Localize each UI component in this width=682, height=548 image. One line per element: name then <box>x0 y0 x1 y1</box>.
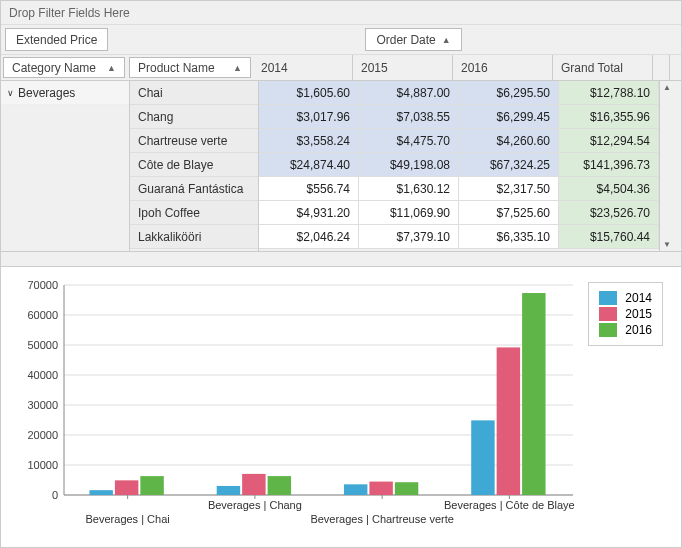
grand-total-cell[interactable]: $16,355.96 <box>559 105 659 129</box>
svg-text:Beverages | Côte de Blaye: Beverages | Côte de Blaye <box>444 499 575 511</box>
collapse-icon[interactable]: ∨ <box>7 88 14 98</box>
data-cell[interactable]: $6,299.45 <box>459 105 559 129</box>
col-header-2014[interactable]: 2014 <box>253 55 353 80</box>
legend-swatch-2016 <box>599 323 617 337</box>
table-row: $3,017.96$7,038.55$6,299.45$16,355.96 <box>259 105 659 129</box>
sort-asc-icon: ▲ <box>442 35 451 45</box>
legend-swatch-2015 <box>599 307 617 321</box>
grand-total-cell[interactable]: $15,760.44 <box>559 225 659 249</box>
data-cell[interactable]: $2,317.50 <box>459 177 559 201</box>
data-cell[interactable]: $7,525.60 <box>459 201 559 225</box>
pivot-grid: Drop Filter Fields Here Extended Price O… <box>1 1 681 267</box>
grand-total-cell[interactable]: $12,294.54 <box>559 129 659 153</box>
svg-rect-28 <box>497 347 520 495</box>
filter-drop-area[interactable]: Drop Filter Fields Here <box>1 1 681 25</box>
data-cell[interactable]: $11,069.90 <box>359 201 459 225</box>
legend-label-2015: 2015 <box>625 307 652 321</box>
product-column: ChaiChangChartreuse verteCôte de BlayeGu… <box>130 81 259 251</box>
sort-asc-icon: ▲ <box>107 63 116 73</box>
grand-total-cell[interactable]: $4,504.36 <box>559 177 659 201</box>
row-field-area: Category Name ▲ Product Name ▲ <box>1 55 253 80</box>
svg-rect-19 <box>115 480 138 495</box>
svg-text:Beverages | Chai: Beverages | Chai <box>86 513 170 525</box>
legend-swatch-2014 <box>599 291 617 305</box>
data-field-label: Extended Price <box>16 33 97 47</box>
data-cell[interactable]: $6,295.50 <box>459 81 559 105</box>
scroll-up-icon[interactable]: ▲ <box>663 83 671 92</box>
grand-total-cell[interactable]: $23,526.70 <box>559 201 659 225</box>
svg-text:0: 0 <box>52 489 58 501</box>
svg-rect-21 <box>217 486 240 495</box>
svg-text:Beverages | Chang: Beverages | Chang <box>208 499 302 511</box>
svg-rect-29 <box>522 293 545 495</box>
svg-text:10000: 10000 <box>27 459 58 471</box>
data-cell[interactable]: $1,630.12 <box>359 177 459 201</box>
data-cell[interactable]: $4,475.70 <box>359 129 459 153</box>
svg-text:40000: 40000 <box>27 369 58 381</box>
grid-header-row: Category Name ▲ Product Name ▲ 2014 2015… <box>1 55 681 81</box>
legend-item-2014: 2014 <box>599 291 652 305</box>
svg-text:50000: 50000 <box>27 339 58 351</box>
category-column: ∨ Beverages <box>1 81 130 251</box>
svg-rect-26 <box>395 482 418 495</box>
col-header-2016[interactable]: 2016 <box>453 55 553 80</box>
legend-label-2014: 2014 <box>625 291 652 305</box>
col-header-grand-total[interactable]: Grand Total <box>553 55 653 80</box>
product-cell[interactable]: Ipoh Coffee <box>130 201 258 225</box>
sort-asc-icon: ▲ <box>233 63 242 73</box>
grand-total-cell[interactable]: $12,788.10 <box>559 81 659 105</box>
row-field-category-button[interactable]: Category Name ▲ <box>3 57 125 78</box>
svg-text:Beverages | Chartreuse verte: Beverages | Chartreuse verte <box>310 513 453 525</box>
data-field-button[interactable]: Extended Price <box>5 28 108 51</box>
data-cell[interactable]: $4,260.60 <box>459 129 559 153</box>
svg-rect-20 <box>140 476 163 495</box>
col-field-button[interactable]: Order Date ▲ <box>365 28 461 51</box>
table-row: $3,558.24$4,475.70$4,260.60$12,294.54 <box>259 129 659 153</box>
row-field-category-label: Category Name <box>12 61 96 75</box>
scroll-spacer <box>653 55 670 80</box>
data-cell[interactable]: $24,874.40 <box>259 153 359 177</box>
data-cell[interactable]: $3,017.96 <box>259 105 359 129</box>
svg-rect-23 <box>268 476 291 495</box>
data-cell[interactable]: $1,605.60 <box>259 81 359 105</box>
data-cell[interactable]: $7,038.55 <box>359 105 459 129</box>
product-cell[interactable]: Chartreuse verte <box>130 129 258 153</box>
category-label: Beverages <box>18 86 75 100</box>
vertical-scrollbar[interactable]: ▲ ▼ <box>659 81 674 251</box>
chart-area: 010000200003000040000500006000070000Beve… <box>1 267 681 545</box>
svg-text:70000: 70000 <box>27 279 58 291</box>
grid-body: ∨ Beverages ChaiChangChartreuse verteCôt… <box>1 81 681 251</box>
table-row: $2,046.24$7,379.10$6,335.10$15,760.44 <box>259 225 659 249</box>
row-field-product-button[interactable]: Product Name ▲ <box>129 57 251 78</box>
data-cell[interactable]: $556.74 <box>259 177 359 201</box>
product-cell[interactable]: Chang <box>130 105 258 129</box>
product-cell[interactable]: Chai <box>130 81 258 105</box>
col-field-label: Order Date <box>376 33 435 47</box>
product-cell[interactable]: Lakkalikööri <box>130 225 258 249</box>
data-cell[interactable]: $4,931.20 <box>259 201 359 225</box>
data-cell[interactable]: $2,046.24 <box>259 225 359 249</box>
legend-item-2016: 2016 <box>599 323 652 337</box>
bar-chart: 010000200003000040000500006000070000Beve… <box>9 275 673 535</box>
data-cell[interactable]: $67,324.25 <box>459 153 559 177</box>
table-row: $1,605.60$4,887.00$6,295.50$12,788.10 <box>259 81 659 105</box>
legend-label-2016: 2016 <box>625 323 652 337</box>
svg-text:30000: 30000 <box>27 399 58 411</box>
data-columns: $1,605.60$4,887.00$6,295.50$12,788.10$3,… <box>259 81 659 251</box>
data-cell[interactable]: $4,887.00 <box>359 81 459 105</box>
product-cell[interactable]: Guaraná Fantástica <box>130 177 258 201</box>
grand-total-cell[interactable]: $141,396.73 <box>559 153 659 177</box>
data-cell[interactable]: $3,558.24 <box>259 129 359 153</box>
category-cell[interactable]: ∨ Beverages <box>1 81 129 105</box>
svg-text:60000: 60000 <box>27 309 58 321</box>
svg-rect-22 <box>242 474 265 495</box>
table-row: $4,931.20$11,069.90$7,525.60$23,526.70 <box>259 201 659 225</box>
horizontal-scrollbar[interactable] <box>1 251 681 266</box>
data-cell[interactable]: $49,198.08 <box>359 153 459 177</box>
data-cell[interactable]: $6,335.10 <box>459 225 559 249</box>
scroll-down-icon[interactable]: ▼ <box>663 240 671 249</box>
data-cell[interactable]: $7,379.10 <box>359 225 459 249</box>
col-header-2015[interactable]: 2015 <box>353 55 453 80</box>
svg-rect-27 <box>471 420 494 495</box>
product-cell[interactable]: Côte de Blaye <box>130 153 258 177</box>
